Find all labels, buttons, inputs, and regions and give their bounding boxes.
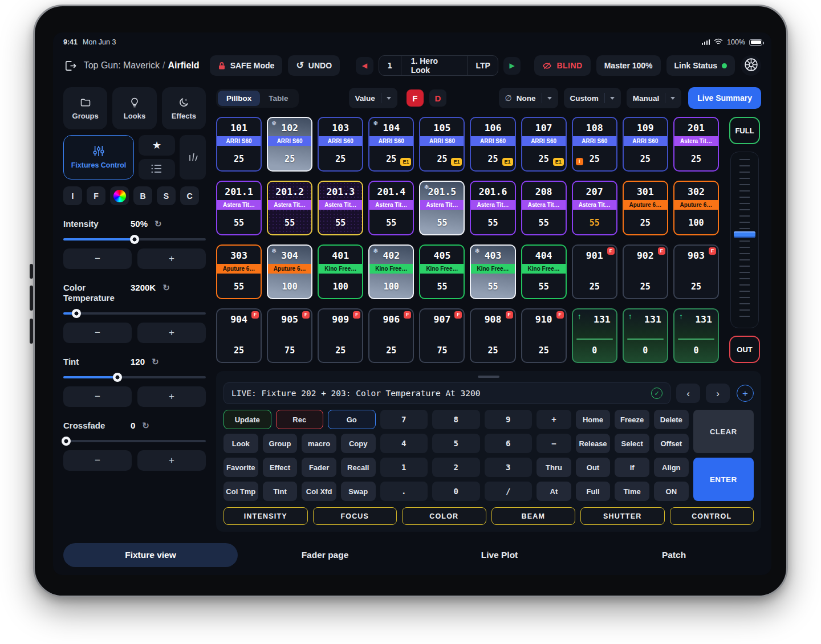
key-go[interactable]: Go <box>328 410 376 429</box>
grand-master-fader[interactable] <box>730 152 759 328</box>
custom-dropdown[interactable]: Custom <box>564 88 621 108</box>
key-look[interactable]: Look <box>223 434 258 453</box>
key-offset[interactable]: Offset <box>654 434 689 453</box>
nav-live-plot[interactable]: Live Plot <box>412 543 587 567</box>
category-control[interactable]: CONTROL <box>670 507 754 525</box>
fixture-tile[interactable]: F90225 <box>623 244 668 299</box>
fixture-tile[interactable]: 301Aputure 6…25 <box>623 181 668 235</box>
key-2[interactable]: 2 <box>432 458 480 477</box>
fixture-tile[interactable]: ↑1310 <box>673 308 719 363</box>
fixture-tile[interactable]: F90775 <box>419 308 465 363</box>
decrement-button[interactable]: − <box>63 323 132 343</box>
fixture-tile[interactable]: 106ARRI S6025E1 <box>470 117 515 172</box>
cue-name[interactable]: 1. Hero Look <box>401 56 469 75</box>
slider-thumb[interactable] <box>72 309 81 318</box>
tab-table[interactable]: Table <box>260 91 296 106</box>
fixture-tile[interactable]: 404Kino Free…55 <box>521 244 567 299</box>
master-level-button[interactable]: Master 100% <box>596 55 661 76</box>
go-cue-button[interactable]: ▶ <box>503 57 521 75</box>
fixture-tile[interactable]: F90425 <box>216 308 262 363</box>
key-full[interactable]: Full <box>576 482 611 501</box>
key-group[interactable]: Group <box>263 434 298 453</box>
key-if[interactable]: if <box>615 458 649 477</box>
attr-button-b[interactable]: B <box>133 186 152 205</box>
tab-pillbox[interactable]: Pillbox <box>218 91 260 106</box>
reset-icon[interactable]: ↻ <box>162 283 170 292</box>
decrement-button[interactable]: − <box>63 450 132 471</box>
sidebar-item-effects[interactable]: Effects <box>162 87 206 129</box>
history-prev-button[interactable]: ‹ <box>676 384 700 403</box>
fixture-tile[interactable]: F91025 <box>521 308 567 363</box>
key-minus[interactable]: − <box>537 434 571 453</box>
fixture-tile[interactable]: 105ARRI S6025E1 <box>419 117 465 172</box>
history-next-button[interactable]: › <box>706 384 730 403</box>
key-tint[interactable]: Tint <box>263 482 298 501</box>
key-plus[interactable]: + <box>537 410 571 429</box>
color-wheel-button[interactable] <box>110 186 129 205</box>
fixture-tile[interactable]: ❄304Aputure 6…100 <box>267 244 312 299</box>
fixture-tile[interactable]: 101ARRI S6025 <box>216 117 262 172</box>
key-home[interactable]: Home <box>576 410 611 429</box>
key-recall[interactable]: Recall <box>341 458 376 477</box>
undo-button[interactable]: ↺ UNDO <box>288 55 340 76</box>
key-clear[interactable]: CLEAR <box>693 410 754 453</box>
key-macro[interactable]: macro <box>302 434 336 453</box>
reset-icon[interactable]: ↻ <box>155 219 162 228</box>
category-color[interactable]: COLOR <box>402 507 486 525</box>
fixture-tile[interactable]: 208Astera Tit…55 <box>521 181 567 235</box>
sidebar-item-looks[interactable]: Looks <box>112 87 156 129</box>
key-7[interactable]: 7 <box>380 410 428 429</box>
key-8[interactable]: 8 <box>432 410 480 429</box>
none-dropdown[interactable]: ∅ None <box>499 88 558 108</box>
key-3[interactable]: 3 <box>485 458 533 477</box>
drag-handle[interactable] <box>478 376 499 378</box>
attr-button-f[interactable]: F <box>87 186 105 205</box>
safe-mode-button[interactable]: SAFE Mode <box>210 55 283 76</box>
key-release[interactable]: Release <box>576 434 611 453</box>
fixture-tile[interactable]: ↑1310 <box>572 308 617 363</box>
fixture-tile[interactable]: F90125 <box>572 244 617 299</box>
blind-button[interactable]: BLIND <box>534 55 590 76</box>
fixture-tile[interactable]: 201.4Astera Tit…55 <box>368 181 414 235</box>
category-intensity[interactable]: INTENSITY <box>223 507 308 525</box>
category-focus[interactable]: FOCUS <box>313 507 397 525</box>
increment-button[interactable]: + <box>137 323 206 343</box>
fixture-tile[interactable]: 401Kino Free…100 <box>318 244 363 299</box>
add-command-button[interactable]: + <box>737 385 754 402</box>
fixture-tile[interactable]: 201.2Astera Tit…55 <box>267 181 312 235</box>
key-align[interactable]: Align <box>654 458 689 477</box>
fixture-tile[interactable]: ❄104ARRI S6025E1 <box>368 117 414 172</box>
cue-mode[interactable]: LTP <box>468 56 497 75</box>
fixture-tile[interactable]: ❄102ARRI S6025 <box>267 117 312 172</box>
manual-dropdown[interactable]: Manual <box>627 88 682 108</box>
key-at[interactable]: At <box>537 482 571 501</box>
key-favorite[interactable]: Favorite <box>223 458 258 477</box>
decrement-button[interactable]: − <box>63 386 132 407</box>
increment-button[interactable]: + <box>137 386 206 407</box>
fixture-tile[interactable]: ❄402Kino Free…100 <box>368 244 414 299</box>
fixture-tile[interactable]: 201.6Astera Tit…55 <box>470 181 515 235</box>
fixture-tile[interactable]: 109ARRI S6025 <box>623 117 668 172</box>
reset-icon[interactable]: ↻ <box>152 357 159 366</box>
key-slash[interactable]: / <box>485 482 533 501</box>
slider-thumb[interactable] <box>113 373 122 382</box>
show-file-icon[interactable] <box>63 58 78 73</box>
category-shutter[interactable]: SHUTTER <box>580 507 665 525</box>
slider-thumb[interactable] <box>62 437 71 446</box>
nav-fader-page[interactable]: Fader page <box>238 543 412 567</box>
key-effect[interactable]: Effect <box>263 458 298 477</box>
fixture-tile[interactable]: ❄403Kino Free…55 <box>470 244 515 299</box>
nav-fixture-view[interactable]: Fixture view <box>63 543 238 567</box>
slider-track[interactable] <box>63 312 206 315</box>
decrement-button[interactable]: − <box>63 248 132 269</box>
key-copy[interactable]: Copy <box>341 434 376 453</box>
link-status-button[interactable]: Link Status <box>666 55 735 76</box>
attr-button-s[interactable]: S <box>157 186 176 205</box>
key-enter[interactable]: ENTER <box>693 458 754 501</box>
fader-thumb[interactable] <box>734 231 755 238</box>
key-rec[interactable]: Rec <box>276 410 324 429</box>
fixture-tile[interactable]: F90825 <box>470 308 515 363</box>
key-out[interactable]: Out <box>576 458 611 477</box>
fixture-tile[interactable]: 201.3Astera Tit…55 <box>318 181 363 235</box>
key-col-xfd[interactable]: Col Xfd <box>302 482 336 501</box>
